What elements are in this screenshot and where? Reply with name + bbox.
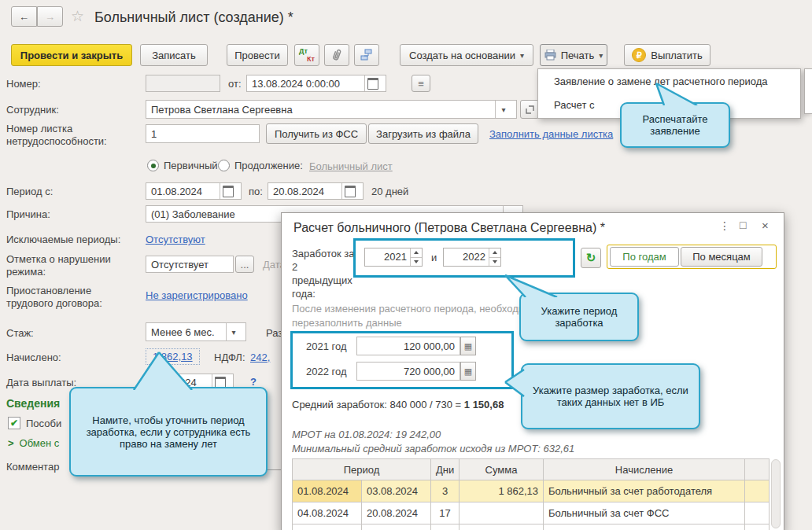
year1-spinner[interactable]: 2021 — [364, 248, 423, 267]
seniority-label: Стаж: — [6, 327, 34, 339]
open-employee-button[interactable] — [520, 100, 539, 119]
and-label: и — [431, 252, 437, 263]
continuation-radio[interactable]: Продолжение: — [218, 160, 303, 171]
get-from-fss-button[interactable]: Получить из ФСС — [266, 123, 367, 144]
print-label: Печать — [561, 50, 595, 61]
post-button[interactable]: Провести — [227, 44, 288, 66]
violation-input[interactable]: Отсутствует — [146, 256, 234, 273]
by-months-toggle[interactable]: По месяцам — [681, 247, 762, 267]
cell-amount[interactable]: 1 862,13 — [460, 480, 544, 502]
spinner-buttons[interactable] — [489, 248, 500, 266]
structure-button[interactable] — [354, 44, 379, 66]
pay-label: Выплатить — [651, 50, 703, 61]
doc-date-value: 13.08.2024 0:00:00 — [252, 78, 340, 90]
spinner-buttons[interactable] — [410, 248, 422, 266]
violation-more-button[interactable]: ... — [235, 256, 254, 273]
kebab-menu-icon[interactable]: ⋮ — [719, 219, 730, 232]
cell-amount[interactable] — [460, 502, 544, 524]
seniority-select[interactable]: Менее 6 мес. ▾ — [146, 322, 246, 341]
period-to-input[interactable]: 20.08.2024 — [268, 182, 364, 200]
refresh-button[interactable]: ↻ — [581, 248, 601, 268]
average-prefix: Средний заработок: 840 000 / 730 = — [292, 399, 464, 410]
callout-tail — [494, 274, 560, 297]
continuation-doc-link[interactable]: Больничный лист — [309, 160, 393, 172]
cell-period-from[interactable]: 04.08.2024 — [293, 502, 362, 524]
ruble-icon: ₽ — [632, 48, 646, 62]
chevron-right-icon: > — [8, 437, 14, 449]
cell-days[interactable]: 17 — [431, 502, 460, 524]
reason-label: Причина: — [6, 208, 50, 220]
cell-accrual[interactable]: Больничный за счет ФСС — [544, 502, 745, 524]
cell-accrual[interactable]: Больничный за счет работодателя — [544, 480, 745, 502]
spin-down-icon — [489, 257, 500, 267]
ndfl-label: НДФЛ: — [214, 351, 245, 363]
nav-forward-button[interactable]: → — [37, 6, 63, 27]
history-list-button[interactable]: ≡ — [412, 75, 430, 92]
maximize-icon[interactable]: □ — [740, 219, 746, 231]
employee-value: Петрова Светлана Сергеевна — [151, 104, 293, 116]
attachments-button[interactable] — [324, 44, 349, 66]
col-accrual[interactable]: Начисление — [544, 459, 745, 480]
pay-button[interactable]: ₽ Выплатить — [624, 44, 710, 66]
dtkt-postings-button[interactable]: Дт Кт — [294, 44, 319, 66]
save-button[interactable]: Записать — [140, 44, 208, 66]
cell-period-to[interactable]: 20.08.2024 — [362, 502, 431, 524]
period-callout: Укажите период заработка — [519, 293, 639, 341]
suspension-label-line2: трудового договора: — [6, 297, 102, 309]
col-period[interactable]: Период — [293, 459, 431, 480]
fill-sick-data-link[interactable]: Заполнить данные листка — [489, 128, 613, 140]
earnings-label-line1: Заработок за — [292, 248, 354, 259]
load-from-file-button[interactable]: Загрузить из файла — [368, 123, 478, 144]
table-row[interactable]: 01.08.2024 03.08.2024 3 1 862,13 Больнич… — [293, 480, 770, 502]
earnings-callout: Укажите размер заработка, если таких дан… — [521, 363, 700, 429]
year1-amount-input[interactable]: 120 000,00 — [356, 337, 460, 355]
primary-radio[interactable]: Первичный — [147, 160, 218, 171]
year2-amount-input[interactable]: 720 000,00 — [356, 362, 460, 381]
back-arrow-icon: ← — [19, 11, 29, 23]
nav-back-button[interactable]: ← — [11, 6, 37, 27]
earnings-label-line3: предыдущих — [292, 274, 352, 286]
sick-number-label-line2: нетрудоспособности: — [6, 135, 107, 147]
mrot-line: МРОТ на 01.08.2024: 19 242,00 — [292, 429, 441, 440]
calculation-table: Период Дни Сумма Начисление 01.08.2024 0… — [292, 458, 770, 530]
period-from-input[interactable]: 01.08.2024 — [146, 182, 242, 200]
sick-number-input[interactable]: 1 — [146, 124, 260, 143]
col-days[interactable]: Дни — [431, 459, 460, 480]
favorite-star-icon[interactable]: ☆ — [71, 7, 84, 25]
calendar-icon[interactable] — [220, 186, 236, 197]
cell-period-from[interactable]: 01.08.2024 — [293, 480, 362, 502]
post-and-close-button[interactable]: Провести и закрыть — [11, 44, 132, 66]
create-based-on-button[interactable]: Создать на основании▾ — [400, 44, 533, 66]
close-icon[interactable]: × — [762, 219, 769, 232]
excluded-periods-link[interactable]: Отсутствуют — [146, 234, 205, 245]
chevron-down-icon[interactable]: ▾ — [496, 105, 511, 114]
by-years-toggle[interactable]: По годам — [610, 247, 679, 267]
number-input[interactable] — [146, 75, 220, 92]
ndfl-link[interactable]: 242, — [250, 351, 270, 363]
year2-spinner[interactable]: 2022 — [443, 248, 501, 267]
period-label: Период с: — [6, 186, 53, 197]
doc-date-input[interactable]: 13.08.2024 0:00:00 — [246, 75, 386, 92]
average-value: 1 150,68 — [464, 399, 504, 410]
calendar-icon[interactable] — [342, 186, 358, 197]
employee-select[interactable]: Петрова Светлана Сергеевна ▾ — [146, 100, 517, 119]
year1-value: 2021 — [365, 248, 410, 266]
print-button[interactable]: Печать▾ — [540, 44, 607, 66]
pay-date-label: Дата выплаты: — [6, 377, 76, 388]
dt-label: Дт — [299, 47, 308, 55]
exchange-section-toggle[interactable]: > Обмен с — [8, 437, 59, 449]
calendar-icon[interactable] — [365, 78, 381, 90]
kt-label: Кт — [307, 55, 315, 63]
pay-date-help-icon[interactable]: ? — [250, 376, 257, 388]
earnings-label-line2: 2 — [292, 261, 297, 273]
suspension-link[interactable]: Не зарегистрировано — [146, 289, 248, 301]
chevron-down-icon[interactable]: ▾ — [227, 328, 241, 337]
cell-days[interactable]: 3 — [431, 480, 460, 502]
min-average-line: Минимальный средний заработок исходя из … — [292, 443, 574, 455]
table-row[interactable]: 04.08.2024 20.08.2024 17 Больничный за с… — [293, 502, 770, 524]
cell-period-to[interactable]: 03.08.2024 — [362, 480, 431, 502]
col-amount[interactable]: Сумма — [460, 459, 544, 480]
benefit-checkbox[interactable]: ✔ Пособи — [8, 417, 61, 429]
radio-selected-icon — [147, 160, 159, 171]
table-scrollbar[interactable] — [771, 459, 781, 528]
